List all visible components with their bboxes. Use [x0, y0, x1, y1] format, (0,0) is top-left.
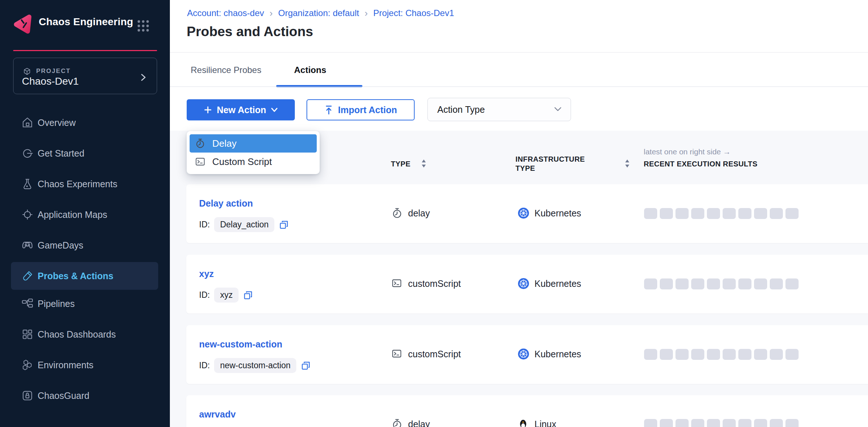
execution-result-placeholder	[738, 278, 751, 289]
execution-result-placeholder	[675, 419, 689, 427]
breadcrumb-project-link[interactable]: Project: Chaos-Dev1	[373, 8, 454, 18]
active-tab-underline	[276, 85, 362, 87]
get-started-icon	[21, 147, 34, 159]
infrastructure-value: Kubernetes	[534, 278, 581, 289]
brand-divider	[13, 50, 157, 51]
copy-icon[interactable]	[279, 220, 289, 230]
linux-icon	[518, 418, 529, 427]
execution-result-placeholder	[675, 208, 689, 219]
chaos-engineering-logo-icon	[12, 13, 34, 35]
execution-result-placeholder	[785, 208, 799, 219]
action-type-select[interactable]: Action Type	[427, 98, 571, 121]
menu-item-delay[interactable]: Delay	[190, 134, 317, 153]
copy-icon[interactable]	[243, 290, 253, 300]
breadcrumb-account-link[interactable]: Account: chaos-dev	[187, 8, 264, 18]
sort-infrastructure-icon[interactable]	[623, 159, 632, 168]
sidebar-item-application-maps[interactable]: Application Maps	[0, 199, 170, 230]
action-id: ID: new-custom-action	[199, 358, 311, 373]
execution-result-placeholder	[754, 419, 767, 427]
type-cell: delay	[391, 207, 430, 219]
sidebar-item-probes-actions[interactable]: Probes & Actions	[11, 262, 158, 290]
sidebar-item-chaos-experiments[interactable]: Chaos Experiments	[0, 169, 170, 199]
project-name: Chaos-Dev1	[22, 76, 79, 87]
sort-type-icon[interactable]	[420, 159, 429, 168]
home-icon	[21, 116, 34, 129]
execution-result-placeholder	[691, 208, 704, 219]
tabbar-border	[170, 86, 868, 87]
action-name-link[interactable]: Delay action	[199, 198, 253, 209]
stopwatch-icon	[195, 138, 206, 149]
sidebar-item-get-started[interactable]: Get Started	[0, 138, 170, 169]
sidebar-item-label: Environments	[38, 360, 94, 370]
execution-result-placeholder	[770, 208, 783, 219]
chevron-right-icon	[140, 73, 147, 81]
header-divider	[170, 52, 868, 53]
action-name-link[interactable]: awrvadv	[199, 409, 236, 420]
sidebar-item-overview[interactable]: Overview	[0, 107, 170, 138]
execution-result-placeholder	[754, 278, 767, 289]
terminal-icon	[391, 348, 403, 360]
upload-icon	[324, 105, 334, 115]
execution-result-placeholder	[660, 208, 673, 219]
recent-results-hint: latest one on right side →	[644, 147, 731, 156]
sidebar-item-pipelines[interactable]: Pipelines	[0, 288, 170, 319]
execution-result-placeholder	[660, 349, 673, 360]
stopwatch-icon	[391, 207, 403, 219]
chevron-down-icon	[271, 107, 278, 112]
tab-actions[interactable]: Actions	[294, 65, 326, 75]
tab-resilience-probes[interactable]: Resilience Probes	[191, 65, 261, 75]
gamepad-icon	[21, 239, 34, 251]
execution-result-placeholder	[723, 349, 736, 360]
action-name-link[interactable]: new-custom-action	[199, 339, 282, 350]
infrastructure-value: Kubernetes	[534, 349, 581, 359]
infrastructure-cell: Kubernetes	[518, 348, 581, 360]
sidebar-item-label: Chaos Dashboards	[38, 329, 116, 340]
pipeline-icon	[21, 297, 34, 310]
menu-item-custom-script[interactable]: Custom Script	[190, 153, 317, 171]
execution-result-placeholder	[707, 278, 720, 289]
sidebar-item-label: Pipelines	[38, 299, 75, 309]
table-row[interactable]: new-custom-action ID: new-custom-action	[186, 325, 868, 384]
action-type-value: Action Type	[437, 104, 485, 115]
execution-result-placeholder	[644, 419, 657, 427]
infrastructure-value: Kubernetes	[534, 208, 581, 219]
sidebar-item-label: GameDays	[38, 240, 83, 251]
sidebar-item-label: Application Maps	[38, 209, 107, 220]
project-selector[interactable]: PROJECT Chaos-Dev1	[13, 58, 157, 94]
column-header-infrastructure-type: INFRASTRUCTURE TYPE	[515, 155, 583, 173]
table-row[interactable]: Delay action ID: Delay_action delay	[186, 184, 868, 243]
kubernetes-icon	[518, 348, 529, 360]
plus-icon	[203, 105, 212, 114]
sidebar-item-chaos-dashboards[interactable]: Chaos Dashboards	[0, 319, 170, 350]
id-label: ID:	[199, 290, 210, 300]
module-grid-icon[interactable]	[137, 19, 150, 32]
execution-result-placeholder	[644, 278, 657, 289]
app-window: Chaos Engineering PROJECT Chaos-Dev1	[0, 0, 868, 427]
action-name-link[interactable]: xyz	[199, 269, 214, 279]
table-row[interactable]: xyz ID: xyz customScript	[186, 255, 868, 313]
type-cell: delay	[391, 418, 430, 427]
new-action-button[interactable]: New Action	[187, 99, 295, 120]
id-value: new-custom-action	[214, 358, 296, 373]
type-value: delay	[408, 208, 430, 219]
project-label: PROJECT	[36, 68, 71, 75]
page-title: Probes and Actions	[187, 24, 313, 39]
import-action-button[interactable]: Import Action	[307, 99, 415, 120]
breadcrumb-organization-link[interactable]: Organization: default	[278, 8, 359, 18]
sidebar-item-environments[interactable]: Environments	[0, 350, 170, 380]
sidebar-item-gamedays[interactable]: GameDays	[0, 230, 170, 261]
copy-icon[interactable]	[301, 361, 311, 371]
infrastructure-cell: Kubernetes	[518, 207, 581, 219]
execution-result-placeholder	[644, 208, 657, 219]
execution-result-placeholder	[644, 349, 657, 360]
sidebar-item-label: Overview	[38, 118, 76, 128]
sidebar-item-chaosguard[interactable]: ChaosGuard	[0, 380, 170, 411]
execution-result-placeholder	[754, 349, 767, 360]
execution-result-placeholder	[785, 278, 799, 289]
lock-icon	[21, 389, 34, 402]
table-row[interactable]: awrvadv delay	[186, 395, 868, 427]
breadcrumb-separator: ›	[270, 9, 273, 18]
execution-result-placeholder	[660, 419, 673, 427]
column-header-recent-execution-results: RECENT EXECUTION RESULTS	[644, 160, 757, 168]
breadcrumb: Account: chaos-dev › Organization: defau…	[187, 8, 454, 18]
